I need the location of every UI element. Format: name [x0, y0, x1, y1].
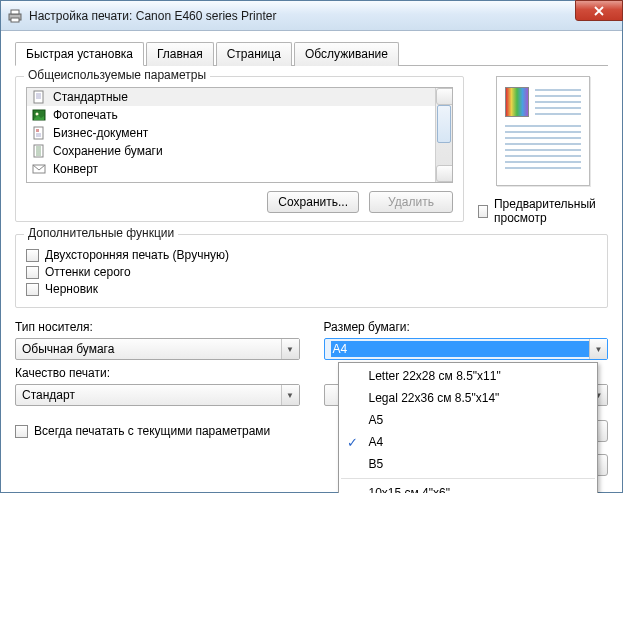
- close-button[interactable]: [575, 0, 623, 21]
- dropdown-item[interactable]: A5: [339, 409, 597, 431]
- tab-page[interactable]: Страница: [216, 42, 292, 66]
- print-preview: [496, 76, 590, 186]
- paper-size-value: A4: [331, 341, 602, 357]
- tab-maintenance[interactable]: Обслуживание: [294, 42, 399, 66]
- list-item[interactable]: Фотопечать: [27, 106, 435, 124]
- common-settings-group: Общеиспользуемые параметры Стандартные Ф…: [15, 76, 464, 222]
- presets-listbox[interactable]: Стандартные Фотопечать Бизнес-документ: [26, 87, 453, 183]
- list-item[interactable]: Бизнес-документ: [27, 124, 435, 142]
- media-type-combo[interactable]: Обычная бумага ▼: [15, 338, 300, 360]
- quality-label: Качество печати:: [15, 366, 300, 380]
- svg-rect-3: [34, 91, 43, 103]
- save-preset-button[interactable]: Сохранить...: [267, 191, 359, 213]
- scrollbar[interactable]: ▲ ▼: [435, 88, 452, 182]
- always-current-checkbox[interactable]: [15, 425, 28, 438]
- dropdown-item[interactable]: B5: [339, 453, 597, 475]
- photo-icon: [31, 107, 47, 123]
- dropdown-separator: [341, 478, 595, 479]
- business-doc-icon: [31, 125, 47, 141]
- tab-main[interactable]: Главная: [146, 42, 214, 66]
- preview-label: Предварительный просмотр: [494, 197, 608, 225]
- scroll-up-button[interactable]: ▲: [436, 88, 453, 105]
- list-item-label: Фотопечать: [53, 108, 118, 122]
- draft-label: Черновик: [45, 282, 98, 296]
- list-item[interactable]: Сохранение бумаги: [27, 142, 435, 160]
- document-icon: [31, 89, 47, 105]
- grayscale-checkbox[interactable]: [26, 266, 39, 279]
- always-current-label: Всегда печатать с текущими параметрами: [34, 424, 270, 438]
- svg-rect-1: [11, 10, 19, 14]
- quality-value: Стандарт: [22, 388, 75, 402]
- list-item-label: Стандартные: [53, 90, 128, 104]
- draft-checkbox[interactable]: [26, 283, 39, 296]
- save-paper-icon: [31, 143, 47, 159]
- list-item-label: Сохранение бумаги: [53, 144, 163, 158]
- dropdown-item[interactable]: Legal 22x36 см 8.5"x14": [339, 387, 597, 409]
- tab-quick-setup[interactable]: Быстрая установка: [15, 42, 144, 66]
- media-type-label: Тип носителя:: [15, 320, 300, 334]
- paper-size-dropdown: Letter 22x28 см 8.5"x11" Legal 22x36 см …: [338, 362, 598, 493]
- paper-size-combo[interactable]: A4 ▼: [324, 338, 609, 360]
- duplex-label: Двухсторонняя печать (Вручную): [45, 248, 229, 262]
- common-settings-legend: Общеиспользуемые параметры: [24, 68, 210, 82]
- window-title: Настройка печати: Canon E460 series Prin…: [29, 9, 616, 23]
- dropdown-item[interactable]: ✓A4: [339, 431, 597, 453]
- quality-combo[interactable]: Стандарт ▼: [15, 384, 300, 406]
- list-item-label: Конверт: [53, 162, 98, 176]
- svg-rect-10: [36, 129, 39, 132]
- extra-functions-group: Дополнительные функции Двухсторонняя печ…: [15, 234, 608, 308]
- chevron-down-icon: ▼: [589, 339, 607, 359]
- list-item[interactable]: Стандартные: [27, 88, 435, 106]
- grayscale-label: Оттенки серого: [45, 265, 131, 279]
- preview-image-icon: [505, 87, 529, 117]
- chevron-down-icon: ▼: [281, 385, 299, 405]
- check-icon: ✓: [347, 435, 358, 450]
- list-item[interactable]: Конверт: [27, 160, 435, 178]
- chevron-down-icon: ▼: [281, 339, 299, 359]
- svg-rect-2: [11, 18, 19, 22]
- duplex-checkbox[interactable]: [26, 249, 39, 262]
- list-item-label: Бизнес-документ: [53, 126, 148, 140]
- tab-strip: Быстрая установка Главная Страница Обслу…: [15, 41, 608, 66]
- titlebar: Настройка печати: Canon E460 series Prin…: [1, 1, 622, 31]
- extra-functions-legend: Дополнительные функции: [24, 226, 178, 240]
- dropdown-item[interactable]: 10x15 см 4"x6": [339, 482, 597, 493]
- delete-preset-button[interactable]: Удалить: [369, 191, 453, 213]
- paper-size-label: Размер бумаги:: [324, 320, 609, 334]
- preview-checkbox[interactable]: [478, 205, 488, 218]
- printer-icon: [7, 8, 23, 24]
- scroll-thumb[interactable]: [437, 105, 451, 143]
- media-type-value: Обычная бумага: [22, 342, 114, 356]
- scroll-down-button[interactable]: ▼: [436, 165, 453, 182]
- dropdown-item[interactable]: Letter 22x28 см 8.5"x11": [339, 365, 597, 387]
- svg-rect-9: [34, 127, 43, 139]
- envelope-icon: [31, 161, 47, 177]
